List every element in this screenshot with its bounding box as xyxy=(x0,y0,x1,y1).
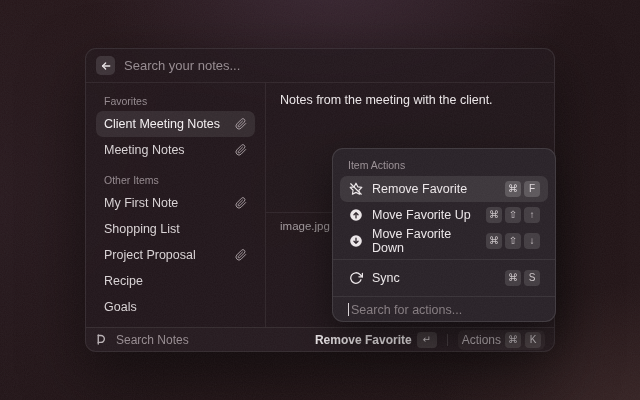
note-title: Goals xyxy=(104,300,137,314)
sidebar-section-other-items: Other Items xyxy=(104,172,247,188)
action-label: Sync xyxy=(372,271,496,285)
sidebar-item-meeting-notes[interactable]: Meeting Notes xyxy=(96,137,255,163)
return-key-badge: ↵ xyxy=(417,332,437,348)
attachment-filename: image.jpg xyxy=(280,220,330,232)
note-title: My First Note xyxy=(104,196,178,210)
arrow-up-circle-icon xyxy=(348,208,363,222)
note-title: Shopping List xyxy=(104,222,180,236)
sidebar-item-client-meeting-notes[interactable]: Client Meeting Notes xyxy=(96,111,255,137)
action-label: Remove Favorite xyxy=(372,182,496,196)
actions-menu-button[interactable]: Actions ⌘ K xyxy=(458,330,545,350)
note-title: Client Meeting Notes xyxy=(104,117,220,131)
cmd-key-badge: ⌘ xyxy=(505,270,521,286)
arrow-down-circle-icon xyxy=(348,234,363,248)
f-key-badge: F xyxy=(524,181,540,197)
popup-divider xyxy=(333,296,555,297)
cmd-key-badge: ⌘ xyxy=(505,181,521,197)
star-off-icon xyxy=(348,182,363,196)
search-input[interactable] xyxy=(124,58,544,73)
sidebar-item-shopping-list[interactable]: Shopping List xyxy=(96,216,255,242)
status-bar: Search Notes Remove Favorite ↵ Actions ⌘… xyxy=(86,327,554,351)
primary-action-label[interactable]: Remove Favorite xyxy=(315,333,412,347)
cmd-key-badge: ⌘ xyxy=(486,207,502,223)
arrow-up-key-badge: ↑ xyxy=(524,207,540,223)
note-content: Notes from the meeting with the client. xyxy=(280,93,540,107)
k-key-badge: K xyxy=(525,332,541,348)
footer-divider xyxy=(447,334,448,346)
sidebar-item-project-proposal[interactable]: Project Proposal xyxy=(96,242,255,268)
paperclip-icon xyxy=(235,197,247,209)
actions-label: Actions xyxy=(462,333,501,347)
notes-sidebar: Favorites Client Meeting Notes Meeting N… xyxy=(86,83,266,327)
back-button[interactable] xyxy=(96,56,115,75)
sidebar-item-my-first-note[interactable]: My First Note xyxy=(96,190,255,216)
action-remove-favorite[interactable]: Remove Favorite ⌘ F xyxy=(340,176,548,202)
cmd-key-badge: ⌘ xyxy=(505,332,521,348)
item-actions-popup: Item Actions Remove Favorite ⌘ F Move Fa… xyxy=(332,148,556,322)
action-label: Move Favorite Down xyxy=(372,227,477,255)
note-title: Project Proposal xyxy=(104,248,196,262)
sidebar-item-goals[interactable]: Goals xyxy=(96,294,255,320)
note-title: Meeting Notes xyxy=(104,143,185,157)
popup-title: Item Actions xyxy=(340,155,548,176)
note-title: Recipe xyxy=(104,274,143,288)
sidebar-section-favorites: Favorites xyxy=(104,93,247,109)
paperclip-icon xyxy=(235,249,247,261)
actions-search-placeholder: Search for actions... xyxy=(350,303,462,317)
text-cursor xyxy=(348,303,349,316)
shift-key-badge: ⇧ xyxy=(505,233,521,249)
arrow-down-key-badge: ↓ xyxy=(524,233,540,249)
sidebar-item-meeting-agenda[interactable]: Meeting Agenda xyxy=(96,320,255,327)
shift-key-badge: ⇧ xyxy=(505,207,521,223)
extension-name: Search Notes xyxy=(116,333,189,347)
cmd-key-badge: ⌘ xyxy=(486,233,502,249)
action-move-favorite-up[interactable]: Move Favorite Up ⌘ ⇧ ↑ xyxy=(340,202,548,228)
action-label: Move Favorite Up xyxy=(372,208,477,222)
sidebar-item-recipe[interactable]: Recipe xyxy=(96,268,255,294)
action-move-favorite-down[interactable]: Move Favorite Down ⌘ ⇧ ↓ xyxy=(340,228,548,254)
extension-logo-icon xyxy=(95,333,108,346)
paperclip-icon xyxy=(235,144,247,156)
paperclip-icon xyxy=(235,118,247,130)
search-bar xyxy=(86,49,554,83)
action-sync[interactable]: Sync ⌘ S xyxy=(340,265,548,291)
popup-divider xyxy=(333,259,555,260)
back-arrow-icon xyxy=(100,60,112,72)
actions-search-input[interactable]: Search for actions... xyxy=(340,302,548,321)
s-key-badge: S xyxy=(524,270,540,286)
sync-icon xyxy=(348,271,363,285)
